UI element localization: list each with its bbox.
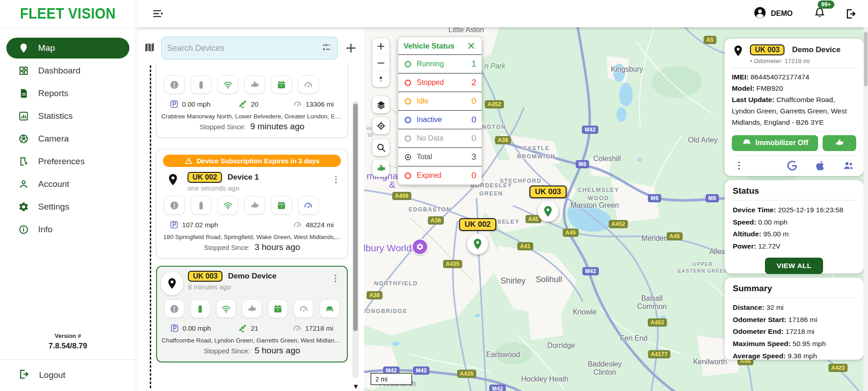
logout-button[interactable] [845, 8, 857, 20]
search-box [161, 37, 338, 59]
map-marker-pin-uk-002[interactable] [467, 234, 488, 254]
device-card[interactable]: 0.00 mph2013306 miCrabtree Manorway Nort… [156, 63, 348, 138]
map-icon[interactable] [143, 41, 156, 55]
status-field-value: 12.72V [758, 242, 780, 250]
sidebar-item-icon [18, 201, 29, 212]
car-button[interactable] [320, 299, 340, 318]
user-menu[interactable]: DEMO [753, 6, 793, 21]
scroll-down-arrow[interactable]: ▼ [352, 382, 359, 390]
sidebar-item-statistics[interactable]: Statistics [6, 106, 129, 127]
gauge-button[interactable] [298, 75, 319, 94]
status-field-label: Speed: [733, 218, 756, 226]
more-options-icon[interactable] [331, 175, 341, 186]
search-input[interactable] [167, 44, 321, 53]
summary-row: Odometer End: 17218 mi [733, 326, 855, 338]
sidebar-item-dashboard[interactable]: Dashboard [6, 60, 129, 81]
vehicle-status-row-total[interactable]: Total3 [398, 147, 482, 166]
vehicle-status-row-idle[interactable]: Idle0 [398, 92, 482, 110]
field-label: Model: [732, 84, 755, 92]
sidebar-item-label: Info [38, 225, 53, 235]
engine-button[interactable] [244, 75, 265, 94]
map-marker-pin-uk-003[interactable] [538, 201, 558, 222]
alert-button[interactable] [164, 75, 185, 94]
vehicle-status-row-inactive[interactable]: Inactive0 [398, 110, 482, 129]
ring-icon [404, 116, 412, 124]
exit-icon [845, 8, 857, 20]
close-icon[interactable] [466, 41, 476, 51]
sidebar-item-icon [18, 111, 29, 122]
list-scrollbar-thumb[interactable] [353, 103, 358, 331]
device-card-uk-003[interactable]: UK 003Demo Device8 minutes ago0.00 mph21… [156, 266, 348, 362]
share-people-icon[interactable] [843, 160, 854, 171]
wifi-button[interactable] [217, 75, 238, 94]
vehicle-status-row-expired[interactable]: Expired0 [398, 166, 482, 185]
gauge-icon [303, 200, 313, 210]
topbar: DEMO 99+ [136, 0, 868, 27]
battery-button[interactable] [191, 75, 212, 94]
gauge-icon [293, 99, 302, 109]
map-marker-plate-uk-003[interactable]: UK 003 [529, 186, 567, 198]
timeline-dashed-line [150, 65, 151, 388]
immobilizer-button[interactable]: Immobilizer Off [732, 135, 818, 151]
calendar-button[interactable] [271, 75, 292, 94]
engine-button[interactable] [244, 196, 265, 215]
battery-button[interactable] [190, 299, 210, 318]
view-all-button[interactable]: VIEW ALL [765, 258, 824, 274]
more-options-icon[interactable] [734, 160, 745, 171]
list-scrollbar[interactable] [352, 101, 359, 378]
calendar-icon [276, 80, 286, 90]
sidebar-item-reports[interactable]: Reports [6, 83, 129, 104]
stream-engine-button[interactable] [372, 160, 390, 177]
sidebar-item-label: Account [38, 179, 69, 189]
device-address: 180 Springfield Road, Springfield, Wake … [157, 230, 347, 240]
battery-button[interactable] [191, 196, 212, 215]
device-card-uk-002[interactable]: Device Subscription Expires in 3 daysUK … [156, 149, 348, 259]
vehicle-status-row-no-data[interactable]: No Data0 [398, 129, 482, 147]
map-marker-plate-uk-002[interactable]: UK 002 [459, 218, 496, 231]
sidebar-item-icon [18, 224, 29, 235]
sidebar-item-account[interactable]: Account [6, 174, 129, 195]
sidebar-item-map[interactable]: Map [6, 38, 129, 59]
window-scrollbar[interactable] [863, 27, 868, 391]
google-maps-icon[interactable] [786, 160, 798, 171]
compass-button[interactable] [372, 71, 390, 87]
zoom-in-button[interactable] [372, 38, 390, 54]
engine-button[interactable] [823, 135, 856, 151]
device-plate: UK 002 [187, 172, 222, 183]
cadbury-poi-icon[interactable] [412, 239, 428, 255]
stopped-value: 5 hours ago [255, 346, 300, 355]
search-icon [376, 142, 386, 153]
sidebar-item-settings[interactable]: Settings [6, 196, 129, 217]
engine-button[interactable] [242, 299, 262, 318]
wifi-button[interactable] [216, 299, 236, 318]
notifications-button[interactable]: 99+ [814, 7, 826, 21]
menu-collapse-icon[interactable] [152, 7, 164, 20]
zoom-out-button[interactable] [372, 54, 390, 71]
vehicle-status-row-stopped[interactable]: Stopped2 [398, 73, 482, 92]
map-search-button[interactable] [372, 139, 390, 156]
apple-maps-icon[interactable] [814, 160, 826, 171]
filter-icon[interactable] [321, 42, 332, 54]
window-scrollbar-thumb[interactable] [864, 32, 868, 86]
layers-button[interactable] [372, 96, 390, 113]
vehicle-status-row-running[interactable]: Running1 [398, 54, 482, 73]
odometer-stat: 13306 mi [293, 99, 334, 109]
alert-button[interactable] [164, 299, 184, 318]
gauge-button[interactable] [298, 196, 319, 215]
sidebar-item-info[interactable]: Info [6, 219, 129, 240]
alert-button[interactable] [164, 196, 185, 215]
more-options-icon[interactable] [330, 274, 340, 285]
add-device-button[interactable] [344, 41, 358, 55]
calendar-button[interactable] [271, 196, 292, 215]
sidebar-item-logout[interactable]: Logout [6, 365, 129, 386]
calendar-button[interactable] [268, 299, 288, 318]
sidebar-item-camera[interactable]: Camera [6, 128, 129, 149]
pin-icon [732, 44, 745, 59]
my-location-button[interactable] [372, 117, 390, 134]
brand-logo: FLEET VISION [0, 0, 136, 28]
wifi-button[interactable] [217, 196, 238, 215]
sidebar-item-preferences[interactable]: Preferences [6, 151, 129, 172]
device-last-seen: 8 minutes ago [188, 283, 330, 291]
battery-icon [196, 80, 206, 90]
gauge-button[interactable] [294, 299, 314, 318]
